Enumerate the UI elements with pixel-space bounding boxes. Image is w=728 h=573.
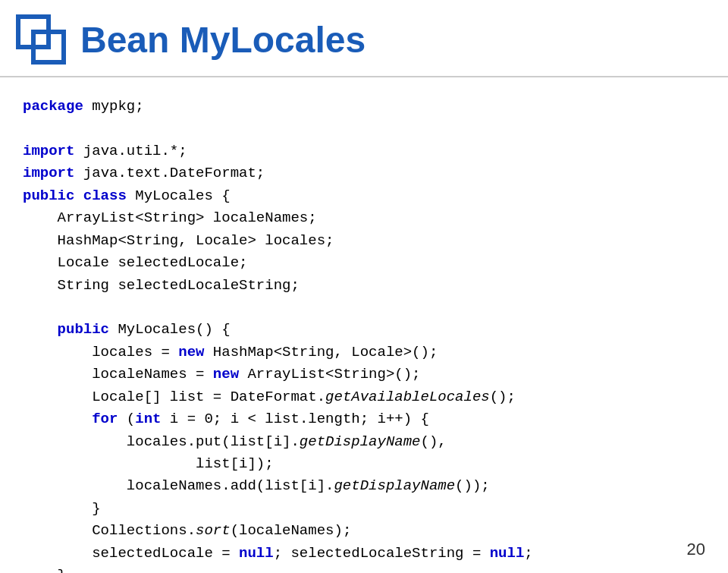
code-line-blank2 xyxy=(23,297,705,319)
keyword-new2: new xyxy=(213,366,239,383)
keyword-public-class: public class xyxy=(23,187,127,204)
code-line-for: for (int i = 0; i < list.length; i++) { xyxy=(23,408,705,430)
keyword-new1: new xyxy=(178,344,204,360)
code-line-class: public class MyLocales { xyxy=(23,185,705,207)
code-line-constructor-close: } xyxy=(23,565,705,573)
code-line-1: package mypkg; xyxy=(23,96,705,118)
code-line-field4: String selectedLocaleString; xyxy=(23,275,705,297)
keyword-public: public xyxy=(23,321,109,338)
keyword-int: int xyxy=(135,411,161,427)
keyword-import2: import xyxy=(23,165,74,181)
logo-icon xyxy=(15,14,67,65)
code-line-field2: HashMap<String, Locale> locales; xyxy=(23,230,705,252)
code-line-blank1 xyxy=(23,118,705,140)
code-line-constructor: public MyLocales() { xyxy=(23,319,705,341)
slide-header: Bean MyLocales xyxy=(0,0,728,77)
code-line-list: Locale[] list = DateFormat.getAvailableL… xyxy=(23,386,705,408)
code-line-put: locales.put(list[i].getDisplayName(), xyxy=(23,431,705,453)
code-line-add: localeNames.add(list[i].getDisplayName()… xyxy=(23,475,705,497)
code-line-field3: Locale selectedLocale; xyxy=(23,252,705,274)
slide-title: Bean MyLocales xyxy=(80,19,366,61)
code-block: package mypkg; import java.util.*; impor… xyxy=(0,77,728,573)
code-line-put2: list[i]); xyxy=(23,453,705,475)
method-getdisplayname2: getDisplayName xyxy=(334,477,455,494)
code-line-collections: Collections.sort(localeNames); xyxy=(23,520,705,542)
slide-page: Bean MyLocales package mypkg; import jav… xyxy=(0,0,728,573)
method-getdisplayname1: getDisplayName xyxy=(300,433,421,450)
keyword-for: for xyxy=(23,411,118,427)
code-line-for-close: } xyxy=(23,498,705,520)
keyword-null2: null xyxy=(490,545,525,562)
keyword-package: package xyxy=(23,98,83,115)
method-getavailablelocales: getAvailableLocales xyxy=(325,389,490,405)
code-line-import1: import java.util.*; xyxy=(23,140,705,162)
code-line-localenames-init: localeNames = new ArrayList<String>(); xyxy=(23,364,705,386)
keyword-null1: null xyxy=(239,545,274,562)
code-line-locales-init: locales = new HashMap<String, Locale>(); xyxy=(23,342,705,364)
code-line-field1: ArrayList<String> localeNames; xyxy=(23,207,705,229)
page-number: 20 xyxy=(687,540,705,559)
keyword-import1: import xyxy=(23,143,74,159)
code-line-null: selectedLocale = null; selectedLocaleStr… xyxy=(23,543,705,565)
code-line-import2: import java.text.DateFormat; xyxy=(23,162,705,184)
method-sort: sort xyxy=(196,522,231,539)
